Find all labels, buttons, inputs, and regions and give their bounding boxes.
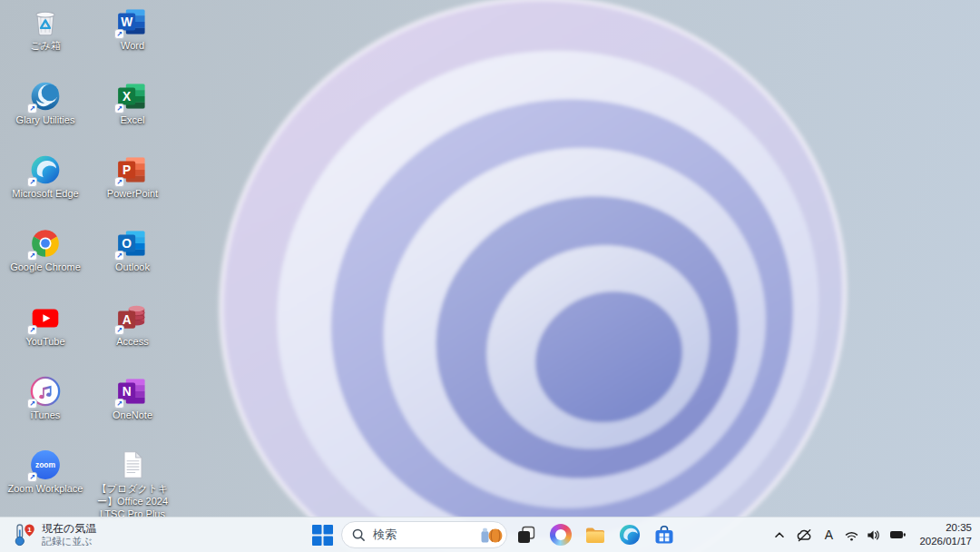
- icon-label: PowerPoint: [107, 188, 158, 201]
- google-chrome-icon: ↗: [29, 227, 62, 260]
- start-button[interactable]: [305, 519, 339, 550]
- icon-label: Access: [116, 336, 148, 349]
- svg-text:zoom: zoom: [35, 460, 55, 469]
- word-icon: W ↗: [116, 5, 149, 38]
- desktop-icon-itunes[interactable]: ↗ iTunes: [4, 375, 87, 422]
- battery-icon: [889, 527, 906, 543]
- task-view-icon: [514, 523, 538, 547]
- shortcut-arrow-icon: ↗: [114, 177, 124, 187]
- svg-text:W: W: [121, 15, 132, 29]
- youtube-icon: ↗: [29, 301, 62, 334]
- icon-label: Zoom Workplace: [8, 483, 83, 496]
- icon-label: Glary Utilities: [16, 114, 75, 127]
- edge-taskbar-button[interactable]: [612, 519, 647, 550]
- powerpoint-icon: P ↗: [116, 153, 149, 186]
- volume-button[interactable]: [862, 519, 884, 550]
- shortcut-arrow-icon: ↗: [114, 399, 124, 409]
- icon-label: 【プロダクトキー】Office 2024 LTSC Pro Plus: [91, 483, 174, 520]
- shortcut-arrow-icon: ↗: [27, 399, 37, 409]
- desktop-icon-google-chrome[interactable]: ↗ Google Chrome: [4, 227, 87, 274]
- svg-text:N: N: [122, 385, 132, 399]
- weather-line2: 記録に並ぶ: [42, 536, 96, 547]
- itunes-icon: ↗: [29, 375, 62, 408]
- icon-label: Microsoft Edge: [12, 188, 78, 201]
- onedrive-button[interactable]: [791, 519, 817, 550]
- onedrive-paused-cloud-icon: [796, 527, 812, 543]
- desktop-icon-excel[interactable]: X ↗ Excel: [91, 80, 174, 127]
- desktop-icon-outlook[interactable]: O ↗ Outlook: [91, 227, 174, 274]
- desktop-icon-glary-utilities[interactable]: ↗ Glary Utilities: [4, 80, 87, 127]
- shortcut-arrow-icon: ↗: [114, 251, 124, 261]
- wifi-icon: [844, 528, 859, 542]
- shortcut-arrow-icon: ↗: [27, 104, 37, 113]
- file-explorer-icon: [583, 523, 607, 547]
- zoom-workplace-icon: zoom ↗: [29, 448, 62, 481]
- icon-label: Word: [121, 40, 144, 53]
- desktop-icon-onenote[interactable]: N ↗ OneNote: [91, 375, 174, 422]
- desktop-icon-zoom-workplace[interactable]: zoom ↗ Zoom Workplace: [4, 448, 87, 496]
- copilot-icon: [550, 524, 572, 546]
- microsoft-edge-icon: ↗: [29, 153, 62, 186]
- svg-text:O: O: [122, 237, 132, 251]
- shortcut-arrow-icon: ↗: [114, 29, 124, 39]
- battery-button[interactable]: [884, 519, 911, 550]
- search-icon: [352, 528, 366, 542]
- desktop-icon-access[interactable]: A ↗ Access: [91, 301, 174, 349]
- svg-text:P: P: [122, 163, 131, 177]
- shortcut-arrow-icon: ↗: [114, 104, 124, 113]
- shortcut-arrow-icon: ↗: [27, 177, 37, 187]
- desktop-icon-product-key-file[interactable]: 【プロダクトキー】Office 2024 LTSC Pro Plus: [91, 448, 174, 520]
- icon-label: YouTube: [25, 336, 64, 349]
- search-box[interactable]: 検索: [341, 521, 507, 548]
- icon-label: Excel: [121, 114, 145, 127]
- weather-line1: 現在の気温: [42, 522, 96, 536]
- system-tray: A 20:35 2026/01: [768, 519, 980, 550]
- search-placeholder: 検索: [373, 527, 397, 543]
- weather-widget-text: 現在の気温 記録に並ぶ: [42, 522, 96, 547]
- desktop-icon-youtube[interactable]: ↗ YouTube: [4, 301, 87, 349]
- copilot-button[interactable]: [544, 519, 578, 550]
- microsoft-store-icon: [652, 523, 676, 547]
- shortcut-arrow-icon: ↗: [27, 472, 37, 482]
- recycle-bin-icon: [29, 5, 62, 38]
- onenote-icon: N ↗: [116, 375, 149, 408]
- desktop-icon-word[interactable]: W ↗ Word: [91, 5, 174, 53]
- svg-text:X: X: [122, 90, 132, 104]
- edge-icon: [618, 523, 642, 547]
- desktop-icon-powerpoint[interactable]: P ↗ PowerPoint: [91, 153, 174, 201]
- taskbar: 1 現在の気温 記録に並ぶ: [0, 517, 980, 552]
- search-highlight-icon[interactable]: [480, 525, 504, 545]
- icon-label: iTunes: [31, 409, 61, 422]
- file-explorer-button[interactable]: [578, 519, 612, 550]
- clock-time: 20:35: [946, 521, 972, 535]
- desktop-icon-recycle-bin[interactable]: ごみ箱: [4, 5, 87, 53]
- chevron-up-icon: [772, 527, 787, 542]
- clock-date: 2026/01/17: [919, 535, 972, 548]
- taskbar-center-group: 検索: [305, 519, 681, 550]
- weather-widget-button[interactable]: 1 現在の気温 記録に並ぶ: [2, 518, 104, 552]
- excel-icon: X ↗: [116, 80, 149, 113]
- shortcut-arrow-icon: ↗: [27, 251, 37, 261]
- icon-label: Google Chrome: [10, 261, 81, 274]
- access-icon: A ↗: [116, 301, 149, 334]
- desktop-icon-microsoft-edge[interactable]: ↗ Microsoft Edge: [4, 153, 87, 201]
- icon-label: Outlook: [115, 261, 150, 274]
- clock-button[interactable]: 20:35 2026/01/17: [919, 521, 972, 548]
- windows-logo-icon: [311, 524, 334, 547]
- glary-utilities-icon: ↗: [29, 80, 62, 113]
- speaker-icon: [866, 527, 880, 543]
- icon-label: OneNote: [113, 409, 152, 422]
- text-document-icon: [116, 448, 149, 481]
- outlook-icon: O ↗: [116, 227, 149, 260]
- microsoft-store-button[interactable]: [647, 519, 681, 550]
- windows-desktop: ごみ箱 ↗ Glary Utilities ↗ Microsoft Edge: [0, 0, 980, 552]
- shortcut-arrow-icon: ↗: [114, 325, 124, 335]
- hidden-icons-button[interactable]: [768, 519, 791, 550]
- thermometer-icon: 1: [10, 521, 37, 548]
- ime-mode-button[interactable]: A: [817, 519, 840, 550]
- wifi-button[interactable]: [840, 519, 862, 550]
- task-view-button[interactable]: [509, 519, 544, 550]
- shortcut-arrow-icon: ↗: [27, 325, 37, 335]
- svg-text:1: 1: [27, 526, 32, 534]
- icon-label: ごみ箱: [30, 40, 61, 53]
